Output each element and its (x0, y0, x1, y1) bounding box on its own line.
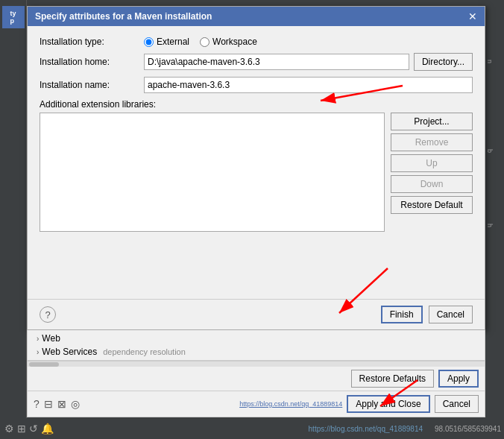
radio-workspace[interactable] (200, 37, 210, 47)
scroll-thumb[interactable] (29, 362, 59, 367)
restore-default-button[interactable]: Restore Default (391, 196, 473, 214)
radio-workspace-option[interactable]: Workspace (200, 37, 257, 47)
bottom-icons: ⚙ ⊞ ↺ 🔔 (0, 423, 54, 435)
prefs-panel: › Web › Web Services dependency resoluti… (27, 330, 485, 417)
installation-type-row: Installation type: External Workspace (40, 37, 473, 47)
installation-name-input[interactable]: apache-maven-3.6.3 (144, 77, 473, 93)
dialog-footer: ? Finish Cancel (28, 299, 485, 329)
web-expand-icon: › (37, 335, 39, 343)
apply-and-close-button[interactable]: Apply and Close (347, 395, 429, 413)
prefs-list-section: › Web › Web Services dependency resoluti… (28, 330, 485, 361)
web-services-label: Web Services (42, 347, 97, 357)
ext-listbox[interactable] (40, 113, 385, 232)
help-bottom-icon[interactable]: ? (34, 398, 40, 410)
directory-button[interactable]: Directory... (414, 53, 473, 71)
ext-buttons: Project... Remove Up Down Restore Defaul… (391, 113, 473, 291)
radio-workspace-label: Workspace (212, 37, 257, 47)
remove-button[interactable]: Remove (391, 133, 473, 151)
sync-icon[interactable]: ↺ (29, 423, 38, 435)
status-right: https://blog.csdn.net/qq_41889814 98.051… (309, 425, 504, 433)
dialog-body: Installation type: External Workspace In… (28, 26, 485, 299)
settings-icon[interactable]: ⊟ (44, 398, 53, 410)
ext-area: Project... Remove Up Down Restore Defaul… (40, 113, 473, 291)
terminal-icon[interactable]: ⚙ (4, 423, 14, 435)
web-item[interactable]: › Web (34, 332, 479, 345)
apply-button[interactable]: Apply (438, 370, 479, 388)
web-services-item[interactable]: › Web Services dependency resolution (34, 345, 479, 359)
ext-libraries-label: Additional extension libraries: (40, 99, 473, 110)
down-button[interactable]: Down (391, 175, 473, 193)
right-strip (494, 0, 504, 439)
installation-home-row: Installation home: D:\java\apache-maven-… (40, 53, 473, 71)
up-button[interactable]: Up (391, 154, 473, 172)
left-icon: typ (2, 6, 25, 28)
apply-close-group: https://blog.csdn.net/qq_41889814 Apply … (239, 395, 479, 413)
installation-type-radio-group: External Workspace (144, 37, 257, 47)
dialog-title: Specify attributes for a Maven installat… (35, 11, 212, 22)
installation-home-label: Installation home: (40, 57, 144, 67)
web-label: Web (42, 333, 60, 344)
web-services-expand-icon: › (37, 348, 39, 356)
dependency-text: dependency resolution (103, 347, 186, 356)
bottom-left-icons: ? ⊟ ⊠ ◎ (34, 398, 80, 410)
coordinates: 98.0516/585639941 (435, 425, 504, 433)
dialog-close-button[interactable]: ✕ (468, 11, 477, 22)
radio-external[interactable] (144, 37, 154, 47)
info-icon[interactable]: ◎ (71, 398, 80, 410)
project-button[interactable]: Project... (391, 113, 473, 130)
horizontal-scrollbar[interactable] (28, 361, 485, 367)
maven-dialog: Specify attributes for a Maven installat… (27, 6, 485, 330)
installation-name-row: Installation name: apache-maven-3.6.3 (40, 77, 473, 93)
dialog-titlebar: Specify attributes for a Maven installat… (28, 7, 485, 26)
build-icon[interactable]: ⊞ (17, 423, 26, 435)
bottom-status-bar: ⚙ ⊞ ↺ 🔔 https://blog.csdn.net/qq_4188981… (0, 418, 504, 439)
installation-home-input[interactable]: D:\java\apache-maven-3.6.3 (144, 54, 409, 70)
radio-external-option[interactable]: External (144, 37, 189, 47)
installation-type-label: Installation type: (40, 37, 144, 47)
prefs-action-bar: Restore Defaults Apply (28, 367, 485, 391)
blog-link[interactable]: https://blog.csdn.net/qq_41889814 (239, 400, 342, 408)
bottom-cancel-button[interactable]: Cancel (435, 395, 479, 413)
radio-external-label: External (157, 37, 189, 47)
blog-link-status: https://blog.csdn.net/qq_41889814 (309, 425, 429, 433)
notify-icon[interactable]: 🔔 (41, 423, 54, 435)
restore-defaults-button[interactable]: Restore Defaults (351, 370, 434, 388)
cancel-button[interactable]: Cancel (429, 306, 473, 323)
bottom-action-bar: ? ⊟ ⊠ ◎ https://blog.csdn.net/qq_4188981… (28, 391, 485, 417)
left-panel: typ (0, 0, 27, 439)
finish-button[interactable]: Finish (381, 306, 423, 323)
help-icon[interactable]: ? (40, 306, 56, 323)
installation-name-label: Installation name: (40, 80, 144, 90)
export-icon[interactable]: ⊠ (57, 398, 66, 410)
